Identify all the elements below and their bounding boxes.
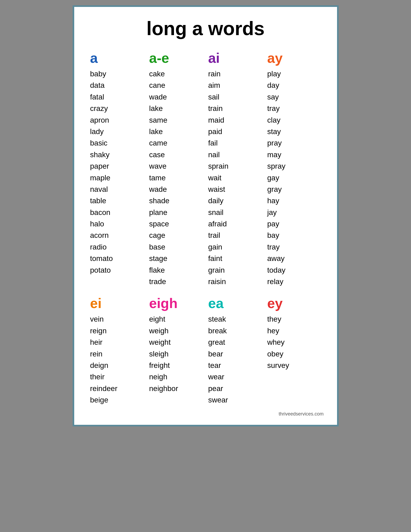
list-item: tray xyxy=(267,103,321,114)
list-item: survey xyxy=(267,360,321,371)
list-item: neighbor xyxy=(149,383,203,394)
list-item: halo xyxy=(90,218,144,230)
column-ea: ea steak break great bear tear wear pear… xyxy=(206,295,265,406)
wordlist-a: baby data fatal crazy apron lady basic s… xyxy=(90,68,144,276)
list-item: tear xyxy=(208,360,262,371)
header-eigh: eigh xyxy=(149,295,203,311)
list-item: their xyxy=(90,371,144,383)
column-ai: ai rain aim sail train maid paid fail na… xyxy=(206,50,265,287)
list-item: train xyxy=(208,103,262,114)
list-item: shade xyxy=(149,195,203,206)
list-item: faint xyxy=(208,253,262,264)
list-item: wade xyxy=(149,184,203,195)
list-item: neigh xyxy=(149,371,203,383)
column-eigh: eigh eight weigh weight sleigh freight n… xyxy=(147,295,206,406)
list-item: hey xyxy=(267,325,321,336)
list-item: bacon xyxy=(90,207,144,218)
footer-text: thriveedservices.com xyxy=(88,411,324,417)
wordlist-ae: cake cane wade lake same lake came case … xyxy=(149,68,203,287)
list-item: lake xyxy=(149,126,203,137)
list-item: pear xyxy=(208,383,262,394)
list-item: rein xyxy=(90,348,144,360)
list-item: trail xyxy=(208,230,262,241)
list-item: fatal xyxy=(90,91,144,103)
list-item: cake xyxy=(149,68,203,80)
header-a: a xyxy=(90,50,144,66)
column-ae: a-e cake cane wade lake same lake came c… xyxy=(147,50,206,287)
list-item: shaky xyxy=(90,149,144,160)
list-item: bear xyxy=(208,348,262,360)
list-item: today xyxy=(267,264,321,276)
list-item: wave xyxy=(149,160,203,172)
list-item: sail xyxy=(208,91,262,103)
header-ae: a-e xyxy=(149,50,203,66)
header-ei: ei xyxy=(90,295,144,311)
list-item: nail xyxy=(208,149,262,160)
list-item: cage xyxy=(149,230,203,241)
list-item: fail xyxy=(208,137,262,149)
list-item: gray xyxy=(267,184,321,195)
list-item: pray xyxy=(267,137,321,149)
list-item: weigh xyxy=(149,325,203,336)
list-item: raisin xyxy=(208,276,262,287)
column-ei: ei vein reign heir rein deign their rein… xyxy=(88,295,147,406)
page-title: long a words xyxy=(88,18,324,39)
list-item: cane xyxy=(149,80,203,91)
list-item: freight xyxy=(149,360,203,371)
list-item: say xyxy=(267,91,321,103)
list-item: spray xyxy=(267,160,321,172)
list-item: data xyxy=(90,80,144,91)
list-item: flake xyxy=(149,264,203,276)
list-item: heir xyxy=(90,336,144,348)
list-item: break xyxy=(208,325,262,336)
list-item: away xyxy=(267,253,321,264)
list-item: trade xyxy=(149,276,203,287)
list-item: beige xyxy=(90,394,144,406)
list-item: wear xyxy=(208,371,262,383)
list-item: stay xyxy=(267,126,321,137)
column-ey: ey they hey whey obey survey xyxy=(265,295,324,406)
list-item: same xyxy=(149,114,203,126)
top-grid: a baby data fatal crazy apron lady basic… xyxy=(88,50,324,287)
wordlist-ey: they hey whey obey survey xyxy=(267,313,321,371)
wordlist-ea: steak break great bear tear wear pear sw… xyxy=(208,313,262,406)
list-item: naval xyxy=(90,184,144,195)
list-item: may xyxy=(267,149,321,160)
list-item: day xyxy=(267,80,321,91)
list-item: plane xyxy=(149,207,203,218)
list-item: swear xyxy=(208,394,262,406)
list-item: vein xyxy=(90,313,144,325)
list-item: reign xyxy=(90,325,144,336)
list-item: lake xyxy=(149,103,203,114)
list-item: grain xyxy=(208,264,262,276)
list-item: radio xyxy=(90,241,144,253)
header-ay: ay xyxy=(267,50,321,66)
list-item: lady xyxy=(90,126,144,137)
column-ay: ay play day say tray clay stay pray may … xyxy=(265,50,324,287)
wordlist-ei: vein reign heir rein deign their reindee… xyxy=(90,313,144,406)
wordlist-ai: rain aim sail train maid paid fail nail … xyxy=(208,68,262,287)
list-item: aim xyxy=(208,80,262,91)
header-ea: ea xyxy=(208,295,262,311)
list-item: space xyxy=(149,218,203,230)
list-item: sprain xyxy=(208,160,262,172)
list-item: tray xyxy=(267,241,321,253)
list-item: gay xyxy=(267,172,321,184)
bottom-grid: ei vein reign heir rein deign their rein… xyxy=(88,295,324,417)
list-item: hay xyxy=(267,195,321,206)
list-item: maid xyxy=(208,114,262,126)
list-item: rain xyxy=(208,68,262,80)
list-item: gain xyxy=(208,241,262,253)
list-item: maple xyxy=(90,172,144,184)
list-item: whey xyxy=(267,336,321,348)
list-item: sleigh xyxy=(149,348,203,360)
list-item: afraid xyxy=(208,218,262,230)
list-item: they xyxy=(267,313,321,325)
list-item: tame xyxy=(149,172,203,184)
list-item: pay xyxy=(267,218,321,230)
list-item: wait xyxy=(208,172,262,184)
list-item: paid xyxy=(208,126,262,137)
list-item: potato xyxy=(90,264,144,276)
wordlist-eigh: eight weigh weight sleigh freight neigh … xyxy=(149,313,203,394)
list-item: tomato xyxy=(90,253,144,264)
